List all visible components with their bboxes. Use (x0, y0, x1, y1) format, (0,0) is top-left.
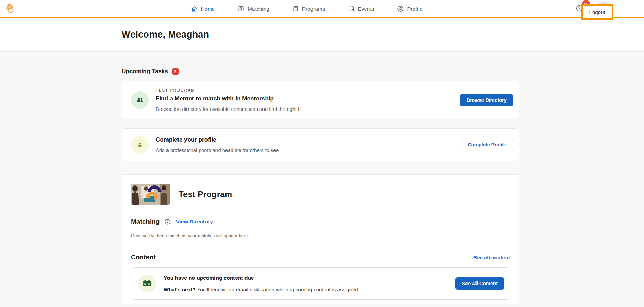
task-title: Find a Mentor to match with in Mentorshi… (156, 95, 460, 102)
task-description: Add a professional photo and headline fo… (156, 147, 461, 153)
logout-label: Logout (589, 9, 605, 15)
matching-section-header: Matching View Directory (131, 218, 510, 226)
content-empty-title: You have no upcoming content due (164, 275, 455, 281)
program-thumbnail-image (131, 184, 170, 205)
view-directory-link[interactable]: View Directory (176, 219, 213, 225)
info-icon[interactable] (164, 219, 171, 225)
task-description: Browse the directory for available conne… (156, 106, 460, 112)
complete-profile-button[interactable]: Complete Profile (461, 138, 513, 151)
content-whats-next: What's next? You'll receive an email not… (164, 287, 455, 292)
app-logo-hand-icon[interactable] (4, 3, 16, 15)
nav-item-matching[interactable]: Matching (238, 5, 269, 12)
header-right-controls: 65 Logout (568, 0, 644, 17)
task-card-find-mentor: TEST PROGRAM Find a Mentor to match with… (122, 81, 519, 119)
content-card-body: You have no upcoming content due What's … (156, 275, 455, 292)
task-title: Complete your profile (156, 136, 461, 143)
whats-next-text: You'll receive an email notification whe… (197, 287, 359, 292)
content-empty-card: You have no upcoming content due What's … (131, 267, 510, 300)
content-heading: Content (131, 253, 156, 261)
welcome-band: Welcome, Meaghan (0, 18, 644, 52)
nav-label: Profile (407, 6, 423, 12)
matching-icon (238, 5, 244, 12)
matching-empty-text: Once you've been matched, your matches w… (131, 233, 510, 238)
program-card: Test Program Matching View Directory Onc… (122, 174, 519, 304)
program-title: Test Program (179, 190, 232, 199)
nav-label: Home (201, 6, 215, 12)
nav-item-programs[interactable]: Programs (292, 5, 325, 12)
nav-label: Events (358, 6, 374, 12)
see-all-content-button[interactable]: See All Content (455, 277, 504, 290)
programs-icon (292, 5, 299, 12)
home-icon (191, 5, 198, 12)
book-icon (138, 275, 156, 292)
upcoming-tasks-label: Upcoming Tasks (122, 68, 168, 75)
nav-item-events[interactable]: Events (348, 5, 374, 12)
events-icon (348, 5, 355, 12)
see-all-content-link[interactable]: See all content (473, 255, 510, 260)
nav-label: Programs (302, 6, 325, 12)
nav-label: Matching (248, 6, 269, 12)
task-card-complete-profile: Complete your profile Add a professional… (122, 128, 519, 161)
person-icon (131, 136, 149, 154)
nav-item-home[interactable]: Home (191, 5, 215, 12)
browse-directory-button[interactable]: Browse Directory (460, 94, 513, 106)
nav-item-profile[interactable]: Profile (397, 5, 423, 12)
task-program-overline: TEST PROGRAM (156, 88, 460, 92)
top-navigation-bar: Home Matching Programs Events (0, 0, 644, 18)
page-title: Welcome, Meaghan (122, 29, 644, 40)
content-section-header: Content See all content (131, 253, 510, 261)
tasks-count-badge: 2 (172, 68, 179, 75)
task-card-body: Complete your profile Add a professional… (149, 136, 461, 153)
logout-button[interactable]: Logout (581, 4, 613, 20)
main-nav: Home Matching Programs Events (191, 0, 423, 17)
whats-next-label: What's next? (164, 287, 196, 292)
people-icon (131, 91, 149, 109)
program-header: Test Program (131, 184, 510, 205)
task-card-body: TEST PROGRAM Find a Mentor to match with… (149, 88, 460, 112)
upcoming-tasks-header: Upcoming Tasks 2 (122, 68, 519, 75)
matching-heading: Matching (131, 218, 160, 226)
main-content: Upcoming Tasks 2 TEST PROGRAM Find a Men… (0, 52, 644, 304)
profile-icon (397, 5, 404, 12)
